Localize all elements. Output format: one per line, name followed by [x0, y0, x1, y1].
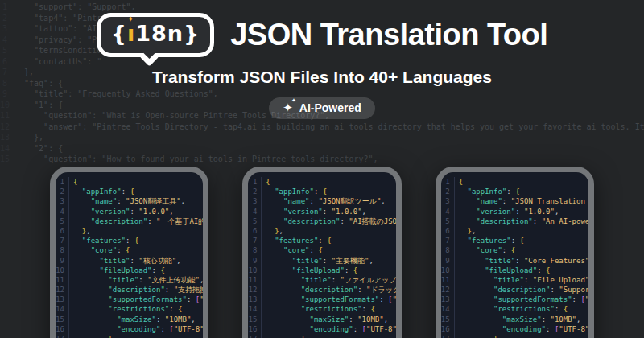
code-panels-row: 1{2 "appInfo": {3 "name": "JSON翻译工具",4 "…	[50, 167, 594, 338]
code-panel-chinese: 1{2 "appInfo": {3 "name": "JSON翻译工具",4 "…	[50, 167, 208, 338]
ai-powered-label: AI-Powered	[299, 101, 361, 114]
hero-section: {✦ı18n} JSON Translation Tool Transform …	[0, 13, 644, 119]
code-panel-japanese: 1{2 "appInfo": {3 "name": "JSON翻訳ツール",4 …	[242, 167, 401, 338]
sparkle-icon: ✦ ✦	[283, 102, 293, 114]
code-editor-english: 1{2 "appInfo": {3 "name": "JSON Translat…	[441, 172, 588, 338]
page-title: JSON Translation Tool	[230, 18, 547, 52]
code-panel-english: 1{2 "appInfo": {3 "name": "JSON Translat…	[436, 167, 594, 338]
sparkle-dot-icon: ✦	[127, 14, 134, 24]
code-editor-japanese: 1{2 "appInfo": {3 "name": "JSON翻訳ツール",4 …	[248, 172, 395, 338]
logo-title-row: {✦ı18n} JSON Translation Tool	[0, 13, 644, 57]
page-subtitle: Transform JSON Files Into 40+ Languages	[0, 68, 644, 87]
i18n-logo-badge: {✦ı18n}	[97, 13, 215, 57]
ai-powered-badge: ✦ ✦ AI-Powered	[269, 97, 375, 119]
i18n-logo-text: {✦ı18n}	[111, 21, 200, 46]
code-editor-chinese: 1{2 "appInfo": {3 "name": "JSON翻译工具",4 "…	[56, 172, 203, 338]
